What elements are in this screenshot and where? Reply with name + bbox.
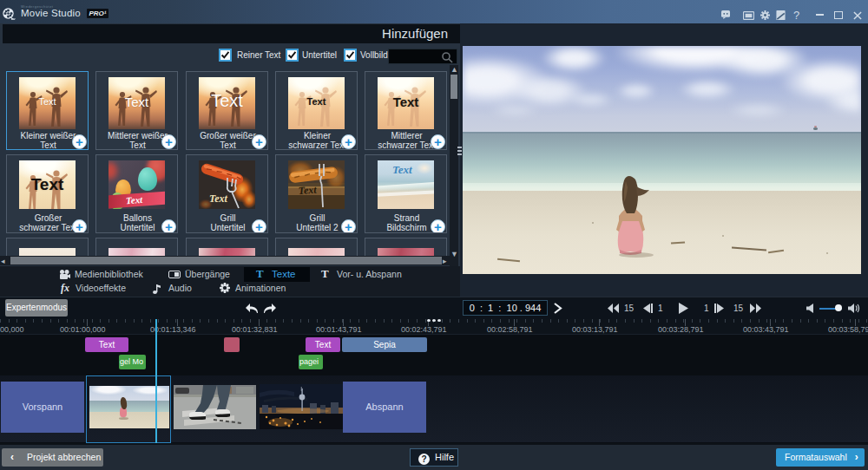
svg-text:Text: Text — [209, 193, 228, 205]
svg-text:Text: Text — [298, 184, 317, 197]
